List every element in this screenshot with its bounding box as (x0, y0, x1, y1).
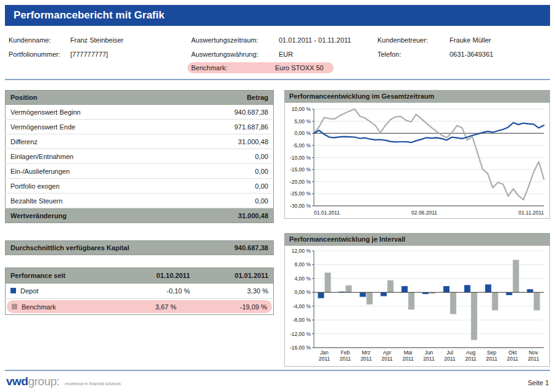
bar-chart-panel: Performanceentwicklung je Intervall 12,0… (284, 233, 550, 367)
betreuer-value: Frauke Müller (450, 36, 550, 44)
svg-text:Sep: Sep (487, 349, 496, 356)
performance-table: Performance seit 01.10.2011 01.01.2011 D… (5, 267, 274, 315)
telefon-label: Telefon: (377, 51, 450, 58)
benchmark-label: Benchmark: (191, 64, 275, 71)
svg-text:-25,00 %: -25,00 % (290, 190, 311, 197)
position-table-header: Position Betrag (6, 91, 274, 105)
svg-text:-8,00 %: -8,00 % (293, 317, 311, 323)
info-row-2: Portfolionummer: [777777777] Auswertungs… (9, 47, 550, 61)
table-row: Vermögenswert Ende 971.687,86 (6, 120, 274, 134)
table-row: Ein-/Auslieferungen 0,00 (6, 164, 274, 179)
depot-legend-square-icon (10, 288, 16, 293)
svg-text:2011: 2011 (340, 356, 352, 362)
benchmark-row: Benchmark 3,67 % -19,09 % (6, 299, 274, 315)
row-label: Differenz (6, 134, 179, 149)
performance-table-header: Performance seit 01.10.2011 01.01.2011 (6, 268, 274, 284)
position-table: Position Betrag Vermögenswert Beginn 940… (5, 90, 274, 223)
benchmark-value: Euro STOXX 50 (275, 64, 324, 71)
kapital-row: Durchschnittlich verfügbares Kapital 940… (6, 241, 274, 255)
table-row: Portfolio exogen 0,00 (6, 179, 274, 194)
svg-text:10,00 %: 10,00 % (292, 106, 311, 112)
svg-text:Mrz: Mrz (362, 349, 371, 356)
svg-text:12,00 %: 12,00 % (292, 248, 311, 254)
row-label: Ein-/Auslieferungen (6, 164, 179, 179)
svg-text:2011: 2011 (382, 356, 393, 362)
bar-chart-title: Performanceentwicklung je Intervall (284, 233, 550, 245)
svg-text:Apr: Apr (383, 349, 391, 356)
svg-text:-5,00 %: -5,00 % (293, 142, 311, 149)
row-value: 0,00 (178, 194, 273, 208)
waehrung-value: EUR (279, 51, 377, 58)
svg-text:4,00 %: 4,00 % (295, 276, 311, 282)
logo-vwd-text: vwd (6, 375, 28, 388)
svg-text:2011: 2011 (444, 356, 456, 362)
row-label: Wertveränderung (6, 208, 179, 223)
section-divider (5, 79, 550, 80)
benchmark-highlight: Benchmark: Euro STOXX 50 (187, 62, 334, 73)
svg-text:Jan: Jan (320, 349, 329, 356)
svg-text:0,00 %: 0,00 % (295, 130, 311, 136)
svg-text:2011: 2011 (528, 356, 540, 362)
svg-text:Okt: Okt (509, 349, 517, 356)
svg-text:Jul: Jul (446, 349, 453, 356)
line-chart-panel: Performanceentwicklung im Gesamtzeitraum… (284, 90, 550, 219)
report-page: Performancebericht mit Grafik Kundenname… (0, 0, 555, 392)
svg-text:01.11.2011: 01.11.2011 (519, 210, 545, 216)
kapital-value: 940.687,38 (205, 241, 274, 255)
table-row: Differenz 31.000,48 (6, 134, 274, 149)
svg-text:Jun: Jun (425, 349, 434, 356)
line-chart-box: 10,00 %5,00 %0,00 %-5,00 %-10,00 %-15,00… (284, 102, 550, 219)
position-header-cell: Position (6, 91, 179, 105)
info-row-3: Benchmark: Euro STOXX 50 (9, 61, 550, 75)
svg-text:2011: 2011 (465, 356, 477, 362)
benchmark-legend-square-icon (12, 304, 17, 309)
benchmark-col2-value: -19,09 % (176, 303, 267, 311)
page-number: Seite 1 (528, 379, 549, 388)
table-row: Vermögenswert Beginn 940.687,38 (6, 105, 274, 120)
waehrung-label: Auswertungswährung: (191, 51, 279, 58)
right-column: Performanceentwicklung im Gesamtzeitraum… (284, 90, 550, 367)
svg-text:2011: 2011 (319, 356, 331, 362)
info-row-1: Kundenname: Franz Steinbeiser Auswertung… (9, 33, 550, 47)
row-value: 971.687,86 (178, 120, 273, 134)
row-label: Einlagen/Entnahmen (6, 149, 179, 164)
intervall-bar-chart: 12,00 %8,00 %4,00 %0,00 %-4,00 %-8,00 %-… (285, 246, 549, 366)
svg-text:0,00 %: 0,00 % (295, 289, 311, 295)
depot-row: Depot -0,10 % 3,30 % (6, 284, 274, 299)
telefon-value: 0631-3649361 (450, 51, 550, 58)
line-chart-title: Performanceentwicklung im Gesamtzeitraum (284, 90, 550, 102)
kundenname-value: Franz Steinbeiser (70, 36, 191, 44)
footer-divider (5, 370, 550, 371)
row-value: 0,00 (178, 179, 273, 194)
svg-text:-30,00 %: -30,00 % (290, 203, 311, 209)
logo-tagline: excellence in financial solutions (65, 382, 121, 386)
kundenname-label: Kundenname: (9, 36, 70, 44)
row-value: 0,00 (178, 164, 273, 179)
bar-chart-box: 12,00 %8,00 %4,00 %0,00 %-4,00 %-8,00 %-… (284, 245, 550, 367)
svg-text:Mai: Mai (404, 349, 413, 356)
svg-text:-15,00 %: -15,00 % (290, 166, 311, 173)
gesamtzeitraum-line-chart: 10,00 %5,00 %0,00 %-5,00 %-10,00 %-15,00… (285, 103, 549, 218)
logo-group-text: group: (28, 375, 59, 388)
row-label: Vermögenswert Ende (6, 120, 179, 134)
benchmark-col1-value: 3,67 % (105, 303, 176, 311)
vwd-group-logo: vwdgroup:excellence in financial solutio… (6, 375, 121, 388)
svg-text:8,00 %: 8,00 % (295, 261, 311, 267)
benchmark-row-label: Benchmark (22, 303, 56, 311)
col2-date-header: 01.01.2011 (195, 268, 274, 284)
page-title: Performancebericht mit Grafik (5, 5, 550, 26)
portfolionummer-value: [777777777] (70, 51, 191, 58)
depot-col2-value: 3,30 % (195, 284, 274, 299)
info-section: Kundenname: Franz Steinbeiser Auswertung… (5, 26, 550, 75)
row-label: Bezahlte Steuern (6, 194, 179, 208)
svg-text:2011: 2011 (507, 356, 519, 362)
svg-text:-16,00 %: -16,00 % (290, 345, 311, 351)
svg-text:-10,00 %: -10,00 % (290, 155, 311, 161)
col1-date-header: 01.10.2011 (114, 268, 195, 284)
benchmark-row-highlight: Benchmark 3,67 % -19,09 % (7, 300, 272, 313)
svg-text:Nov: Nov (528, 349, 538, 356)
row-label: Portfolio exogen (6, 179, 179, 194)
table-row: Bezahlte Steuern 0,00 (6, 194, 274, 208)
row-value: 31.000,48 (178, 208, 273, 223)
zeitraum-value: 01.01.2011 - 01.11.2011 (279, 36, 377, 44)
